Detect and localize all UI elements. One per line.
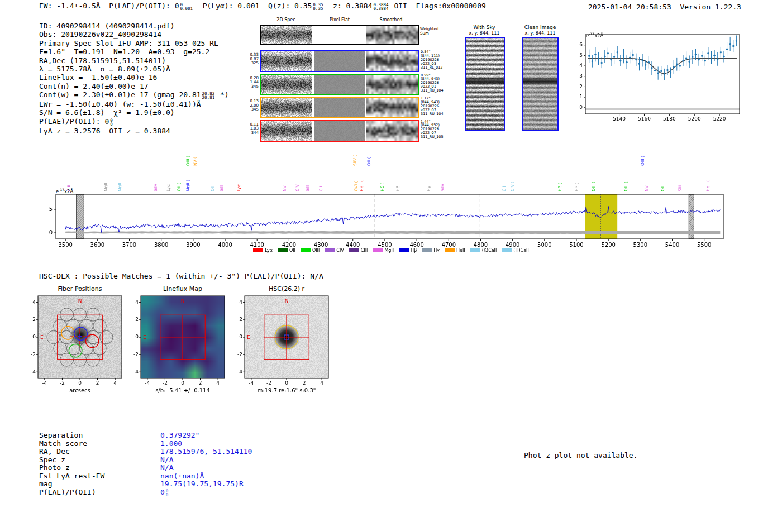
detection-info-block: ID: 4090298414 (4090298414.pdf)Obs: 2019… [39, 22, 229, 135]
legend-label: CIII [361, 248, 368, 253]
text-segment: *) [216, 90, 228, 99]
spec2d-cell-smooth [366, 98, 418, 117]
spec2d-row-annotations: 0.54"(844, 111)20190226v022_03311_RL_012 [421, 50, 455, 70]
clean-image-title: Clean Image [524, 25, 556, 30]
legend-item: (K)CaII [470, 248, 497, 253]
legend-swatch [445, 248, 455, 252]
clean-image-coords: x, y: 844, 111 [525, 31, 556, 36]
match-row: Separation0.379292" [39, 431, 252, 439]
match-row: P(LAE)/P(OII)000 [39, 488, 252, 496]
weighted-sum-line: Sum [420, 32, 438, 36]
info-line: λ = 5175.78Å σ = 8.09(±2.05)Å [39, 65, 229, 73]
full-spectrum-plot [34, 147, 748, 253]
clean-image-frame [522, 37, 559, 131]
legend-item: OII [278, 248, 295, 253]
weighted-sum-label: WeightedSum [420, 27, 438, 36]
spec2d-cell-flat [314, 51, 365, 71]
legend-item: (H)CaII [502, 248, 528, 253]
spec2d-weighted-sum-strip [260, 25, 419, 45]
with-sky-image-frame [465, 37, 505, 131]
report-meta: 2025-01-04 20:58:53 Version 1.22.3 [588, 3, 741, 11]
lineflux-map-title: Lineflux Map [163, 285, 202, 293]
spectrum-line-legend: LyαOIIOIIICIVCIIIMgIIHβHγHeII(K)CaII(H)C… [168, 248, 614, 253]
spec2d-top-cell-white [314, 26, 365, 44]
sub-value: 0 [166, 493, 169, 497]
header-segment: OII Flags:0x00000009 [390, 2, 486, 10]
legend-item: CIV [325, 248, 344, 253]
legend-item: CIII [349, 248, 368, 253]
match-row: Spec zN/A [39, 456, 252, 464]
match-value-text: 0 [160, 488, 165, 496]
header-segment: P(Lyα): 0.001 Q(z): 0.35 [194, 2, 312, 10]
sub-value: 0.3884 [374, 7, 389, 11]
legend-swatch [422, 248, 432, 252]
line-fit-plot [572, 30, 745, 131]
report-timestamp: 2025-01-04 20:58:53 [588, 3, 671, 11]
spec2d-column-titles: 2D SpecPixel FlatSmoothed [0, 17, 782, 23]
sup-sub-stack: 00.001 [180, 3, 193, 11]
info-line: P(LAE)/P(OII): 000 [39, 117, 229, 127]
legend-swatch [278, 248, 288, 252]
annotation-line: 311_RU_104 [421, 89, 455, 93]
legend-swatch [502, 248, 512, 252]
legend-label: MgII [384, 248, 394, 253]
spec2d-row [260, 97, 419, 118]
spec2d-column-title: Smoothed [380, 17, 403, 22]
clean-image [523, 38, 557, 130]
text-segment: P(LAE)/P(OII): 0 [39, 117, 109, 126]
info-line: Cont(n) = 2.40(±0.00)e-17 [39, 82, 229, 90]
spacer [671, 3, 680, 11]
match-value: 0.379292" [160, 431, 199, 439]
info-line: Obs: 20190226v022_4090298414 [39, 30, 229, 39]
spec2d-row [260, 74, 419, 95]
info-line: S/N = 6.6(±1.8) χ² = 1.9(±0.0) [39, 108, 229, 117]
legend-item: HeII [445, 248, 465, 253]
spec2d-row-measurements: 0.111.03344 [244, 123, 259, 136]
legend-label: OIII [312, 248, 320, 253]
spec2d-row-measurements: 0.201.44345 [244, 76, 259, 89]
info-line: Primary Spec_Slot_IFU_AMP: 311_053_025_R… [39, 39, 229, 47]
match-value: N/A [160, 456, 173, 464]
match-row: mag19.75(19.75,19.75)R [39, 480, 252, 488]
match-value-text: nan(±nan)Å [160, 472, 204, 480]
annotation-line: 311_RL_012 [421, 66, 455, 70]
match-value-text: N/A [160, 456, 173, 464]
match-label: P(LAE)/P(OII) [39, 488, 160, 496]
match-value: 178.515976, 51.514110 [160, 447, 252, 456]
sup-sub-stack: 0.38840.3884 [374, 3, 389, 11]
info-line: EWr = -1.50(±0.40) (w: -1.50(±0.41))Å [39, 100, 229, 108]
legend-label: Lyα [265, 248, 273, 253]
catalog-match-table: Separation0.379292"Match score1.000RA, D… [39, 431, 252, 496]
legend-item: Hγ [422, 248, 440, 253]
spec2d-top-cell-noise [261, 26, 312, 44]
spec2d-top-cell-smooth [366, 26, 418, 44]
text-segment: Cont(w) = 2.30(±0.01)e-17 (gmag 20.81 [39, 90, 201, 99]
legend-swatch [399, 248, 409, 252]
sup-sub-stack: 20.8220.81 [202, 92, 215, 100]
spec2d-cell-smooth [366, 51, 418, 71]
match-value: 1.000 [160, 439, 182, 448]
hsc-cutout-title: HSC(26.2) r [269, 285, 304, 293]
sub-value: 0 [110, 123, 113, 127]
legend-item: Hβ [399, 248, 417, 253]
fiber-positions-title: Fiber Positions [58, 285, 102, 293]
fiber-positions-xlabel: arcsecs [69, 387, 90, 394]
line-fit-plot-units-label: e-17x2Å [586, 32, 603, 39]
fiber-positions-cutout [18, 294, 125, 389]
measurement-value: 345 [244, 85, 259, 89]
match-value-text: 178.515976, 51.514110 [160, 447, 252, 456]
sub-value: 0.35 [313, 7, 323, 11]
spec2d-cell-noise [261, 98, 312, 117]
legend-label: OII [289, 248, 295, 253]
match-label: RA, Dec [39, 447, 160, 456]
spec2d-cell-noise [261, 121, 312, 141]
measurement-value: 344 [244, 131, 259, 136]
match-value-text: 19.75(19.75,19.75)R [160, 480, 244, 488]
spec2d-cell-noise [261, 75, 312, 94]
spec2d-row-measurements: 0.132.00345 [244, 99, 259, 112]
match-value: 000 [160, 488, 169, 497]
hsc-image-cutout [225, 294, 331, 389]
legend-label: (K)CaII [482, 248, 497, 253]
sub-value: 20.81 [202, 96, 215, 100]
sub-value: 0.001 [180, 7, 193, 11]
